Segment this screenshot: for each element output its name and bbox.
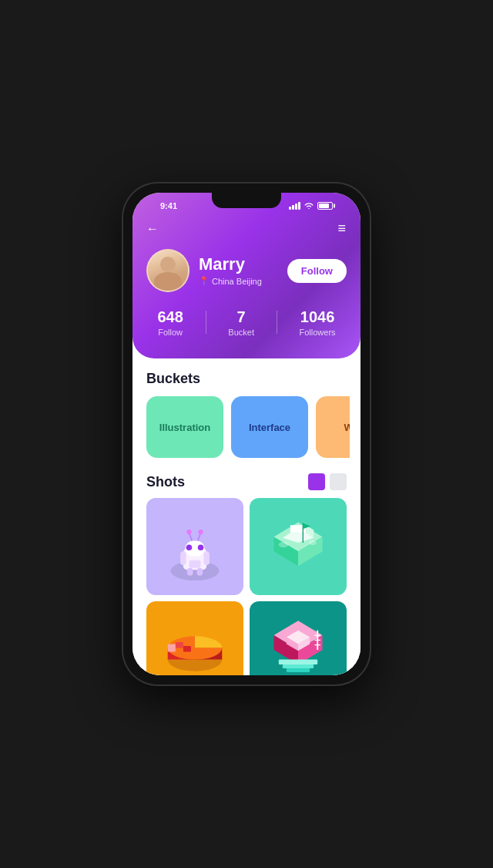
phone-screen: 9:41 xyxy=(132,193,361,675)
svg-point-13 xyxy=(198,530,203,534)
stat-bucket-number: 7 xyxy=(228,308,254,326)
back-button[interactable]: ← xyxy=(146,222,159,236)
stat-follow-label: Follow xyxy=(157,328,183,337)
view-toggle xyxy=(308,473,347,490)
stat-followers-label: Followers xyxy=(300,328,336,337)
phone-frame: 9:41 xyxy=(123,183,370,685)
svg-rect-2 xyxy=(180,551,186,565)
grid-view-button[interactable] xyxy=(308,473,325,490)
avatar xyxy=(146,249,189,292)
shot-card-1[interactable] xyxy=(146,498,243,595)
profile-location: 📍 China Beijing xyxy=(199,276,278,286)
shots-header: Shots xyxy=(146,473,347,490)
shots-grid xyxy=(146,498,347,675)
follow-button[interactable]: Follow xyxy=(287,259,347,283)
stat-divider-2 xyxy=(277,311,277,334)
shot-card-3[interactable] xyxy=(146,601,243,675)
svg-rect-26 xyxy=(183,646,191,652)
shot-4-image xyxy=(250,601,347,675)
avatar-image xyxy=(148,251,188,291)
status-time: 9:41 xyxy=(160,201,177,210)
profile-row: Marry 📍 China Beijing Follow xyxy=(146,249,347,292)
main-content: Buckets Illustration Interface Web Shots xyxy=(132,358,361,675)
profile-info: Marry 📍 China Beijing xyxy=(199,255,278,286)
svg-point-23 xyxy=(309,540,317,545)
stat-follow: 648 Follow xyxy=(157,308,183,337)
svg-rect-3 xyxy=(203,551,210,565)
shot-1-image xyxy=(146,498,243,595)
battery-fill xyxy=(319,204,329,208)
bucket-web[interactable]: Web xyxy=(316,396,350,458)
buckets-list: Illustration Interface Web xyxy=(143,396,350,461)
header-nav: ← ≡ xyxy=(146,214,347,249)
svg-point-6 xyxy=(198,544,204,550)
svg-rect-8 xyxy=(187,568,193,576)
menu-button[interactable]: ≡ xyxy=(337,220,347,237)
shots-title: Shots xyxy=(146,474,185,490)
notch xyxy=(212,193,281,208)
stat-bucket-label: Bucket xyxy=(228,328,254,337)
status-icons xyxy=(289,202,333,210)
signal-bars-icon xyxy=(289,202,300,210)
bucket-interface[interactable]: Interface xyxy=(231,396,308,458)
shot-3-image xyxy=(146,601,243,675)
profile-name: Marry xyxy=(199,255,278,274)
svg-rect-25 xyxy=(176,642,183,648)
buckets-title: Buckets xyxy=(146,371,347,387)
svg-rect-9 xyxy=(197,568,203,576)
stat-divider-1 xyxy=(206,311,206,334)
stat-bucket: 7 Bucket xyxy=(228,308,254,337)
svg-point-11 xyxy=(186,530,191,534)
svg-rect-40 xyxy=(287,668,310,672)
svg-rect-38 xyxy=(279,660,317,664)
stat-followers: 1046 Followers xyxy=(300,308,336,337)
header-section: 9:41 xyxy=(132,193,361,358)
svg-point-22 xyxy=(279,542,289,548)
stats-row: 648 Follow 7 Bucket 1046 Followers xyxy=(146,304,347,337)
bucket-illustration[interactable]: Illustration xyxy=(146,396,223,458)
stat-follow-number: 648 xyxy=(157,308,183,326)
location-pin-icon: 📍 xyxy=(199,276,210,286)
wifi-icon xyxy=(304,202,314,210)
shot-card-2[interactable] xyxy=(250,498,347,595)
svg-rect-39 xyxy=(283,664,314,668)
svg-rect-7 xyxy=(189,560,200,568)
list-view-button[interactable] xyxy=(330,473,347,490)
shot-2-image xyxy=(250,498,347,595)
shot-card-4[interactable] xyxy=(250,601,347,675)
svg-point-5 xyxy=(186,544,193,550)
svg-rect-27 xyxy=(168,644,176,651)
battery-icon xyxy=(317,202,333,210)
stat-followers-number: 1046 xyxy=(300,308,336,326)
